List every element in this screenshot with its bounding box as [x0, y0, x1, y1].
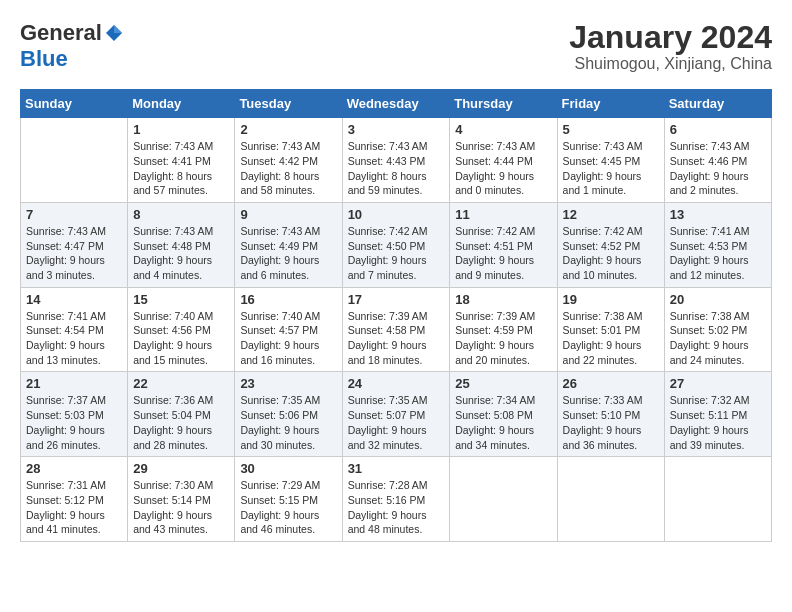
calendar-cell: 1Sunrise: 7:43 AMSunset: 4:41 PMDaylight… [128, 118, 235, 203]
day-info: Sunrise: 7:41 AMSunset: 4:54 PMDaylight:… [26, 309, 122, 368]
day-info: Sunrise: 7:36 AMSunset: 5:04 PMDaylight:… [133, 393, 229, 452]
day-number: 25 [455, 376, 551, 391]
day-of-week-header: Sunday [21, 90, 128, 118]
day-info: Sunrise: 7:31 AMSunset: 5:12 PMDaylight:… [26, 478, 122, 537]
calendar-cell: 18Sunrise: 7:39 AMSunset: 4:59 PMDayligh… [450, 287, 557, 372]
day-info: Sunrise: 7:37 AMSunset: 5:03 PMDaylight:… [26, 393, 122, 452]
day-info: Sunrise: 7:43 AMSunset: 4:48 PMDaylight:… [133, 224, 229, 283]
day-info: Sunrise: 7:34 AMSunset: 5:08 PMDaylight:… [455, 393, 551, 452]
day-info: Sunrise: 7:42 AMSunset: 4:50 PMDaylight:… [348, 224, 445, 283]
calendar-cell [557, 457, 664, 542]
calendar-cell: 13Sunrise: 7:41 AMSunset: 4:53 PMDayligh… [664, 202, 771, 287]
day-number: 11 [455, 207, 551, 222]
day-info: Sunrise: 7:39 AMSunset: 4:59 PMDaylight:… [455, 309, 551, 368]
day-info: Sunrise: 7:42 AMSunset: 4:51 PMDaylight:… [455, 224, 551, 283]
day-number: 31 [348, 461, 445, 476]
calendar-cell: 16Sunrise: 7:40 AMSunset: 4:57 PMDayligh… [235, 287, 342, 372]
day-info: Sunrise: 7:39 AMSunset: 4:58 PMDaylight:… [348, 309, 445, 368]
calendar-cell: 6Sunrise: 7:43 AMSunset: 4:46 PMDaylight… [664, 118, 771, 203]
day-number: 9 [240, 207, 336, 222]
day-number: 5 [563, 122, 659, 137]
day-number: 29 [133, 461, 229, 476]
day-number: 7 [26, 207, 122, 222]
day-info: Sunrise: 7:43 AMSunset: 4:44 PMDaylight:… [455, 139, 551, 198]
day-info: Sunrise: 7:43 AMSunset: 4:47 PMDaylight:… [26, 224, 122, 283]
day-number: 16 [240, 292, 336, 307]
day-info: Sunrise: 7:43 AMSunset: 4:46 PMDaylight:… [670, 139, 766, 198]
day-info: Sunrise: 7:38 AMSunset: 5:01 PMDaylight:… [563, 309, 659, 368]
day-number: 17 [348, 292, 445, 307]
calendar-cell: 10Sunrise: 7:42 AMSunset: 4:50 PMDayligh… [342, 202, 450, 287]
calendar-table: SundayMondayTuesdayWednesdayThursdayFrid… [20, 89, 772, 542]
day-number: 18 [455, 292, 551, 307]
calendar-cell: 19Sunrise: 7:38 AMSunset: 5:01 PMDayligh… [557, 287, 664, 372]
day-info: Sunrise: 7:28 AMSunset: 5:16 PMDaylight:… [348, 478, 445, 537]
day-number: 13 [670, 207, 766, 222]
logo: General Blue [20, 20, 124, 72]
day-of-week-header: Friday [557, 90, 664, 118]
calendar-cell [21, 118, 128, 203]
day-number: 24 [348, 376, 445, 391]
day-of-week-header: Wednesday [342, 90, 450, 118]
day-number: 8 [133, 207, 229, 222]
day-info: Sunrise: 7:43 AMSunset: 4:43 PMDaylight:… [348, 139, 445, 198]
day-number: 28 [26, 461, 122, 476]
calendar-cell [450, 457, 557, 542]
day-info: Sunrise: 7:29 AMSunset: 5:15 PMDaylight:… [240, 478, 336, 537]
svg-marker-1 [114, 25, 122, 33]
title-block: January 2024 Shuimogou, Xinjiang, China [569, 20, 772, 73]
day-info: Sunrise: 7:30 AMSunset: 5:14 PMDaylight:… [133, 478, 229, 537]
calendar-week-row: 28Sunrise: 7:31 AMSunset: 5:12 PMDayligh… [21, 457, 772, 542]
day-number: 6 [670, 122, 766, 137]
day-info: Sunrise: 7:43 AMSunset: 4:45 PMDaylight:… [563, 139, 659, 198]
day-number: 21 [26, 376, 122, 391]
day-info: Sunrise: 7:41 AMSunset: 4:53 PMDaylight:… [670, 224, 766, 283]
calendar-cell: 3Sunrise: 7:43 AMSunset: 4:43 PMDaylight… [342, 118, 450, 203]
calendar-cell: 23Sunrise: 7:35 AMSunset: 5:06 PMDayligh… [235, 372, 342, 457]
day-number: 12 [563, 207, 659, 222]
calendar-cell: 4Sunrise: 7:43 AMSunset: 4:44 PMDaylight… [450, 118, 557, 203]
calendar-cell: 9Sunrise: 7:43 AMSunset: 4:49 PMDaylight… [235, 202, 342, 287]
page-header: General Blue January 2024 Shuimogou, Xin… [20, 20, 772, 73]
day-number: 2 [240, 122, 336, 137]
calendar-week-row: 14Sunrise: 7:41 AMSunset: 4:54 PMDayligh… [21, 287, 772, 372]
logo-general-text: General [20, 20, 102, 46]
location-subtitle: Shuimogou, Xinjiang, China [569, 55, 772, 73]
day-number: 14 [26, 292, 122, 307]
calendar-cell: 12Sunrise: 7:42 AMSunset: 4:52 PMDayligh… [557, 202, 664, 287]
day-info: Sunrise: 7:32 AMSunset: 5:11 PMDaylight:… [670, 393, 766, 452]
calendar-cell: 21Sunrise: 7:37 AMSunset: 5:03 PMDayligh… [21, 372, 128, 457]
logo-icon [104, 23, 124, 43]
day-info: Sunrise: 7:43 AMSunset: 4:41 PMDaylight:… [133, 139, 229, 198]
day-info: Sunrise: 7:43 AMSunset: 4:42 PMDaylight:… [240, 139, 336, 198]
calendar-cell: 30Sunrise: 7:29 AMSunset: 5:15 PMDayligh… [235, 457, 342, 542]
calendar-week-row: 21Sunrise: 7:37 AMSunset: 5:03 PMDayligh… [21, 372, 772, 457]
day-of-week-header: Monday [128, 90, 235, 118]
calendar-cell: 25Sunrise: 7:34 AMSunset: 5:08 PMDayligh… [450, 372, 557, 457]
day-number: 3 [348, 122, 445, 137]
day-number: 30 [240, 461, 336, 476]
day-info: Sunrise: 7:40 AMSunset: 4:56 PMDaylight:… [133, 309, 229, 368]
day-info: Sunrise: 7:35 AMSunset: 5:06 PMDaylight:… [240, 393, 336, 452]
calendar-cell: 2Sunrise: 7:43 AMSunset: 4:42 PMDaylight… [235, 118, 342, 203]
calendar-cell: 27Sunrise: 7:32 AMSunset: 5:11 PMDayligh… [664, 372, 771, 457]
day-of-week-header: Saturday [664, 90, 771, 118]
day-number: 1 [133, 122, 229, 137]
calendar-cell [664, 457, 771, 542]
day-of-week-header: Thursday [450, 90, 557, 118]
day-number: 26 [563, 376, 659, 391]
calendar-week-row: 7Sunrise: 7:43 AMSunset: 4:47 PMDaylight… [21, 202, 772, 287]
calendar-cell: 20Sunrise: 7:38 AMSunset: 5:02 PMDayligh… [664, 287, 771, 372]
day-number: 23 [240, 376, 336, 391]
calendar-cell: 29Sunrise: 7:30 AMSunset: 5:14 PMDayligh… [128, 457, 235, 542]
calendar-cell: 14Sunrise: 7:41 AMSunset: 4:54 PMDayligh… [21, 287, 128, 372]
day-info: Sunrise: 7:33 AMSunset: 5:10 PMDaylight:… [563, 393, 659, 452]
day-info: Sunrise: 7:40 AMSunset: 4:57 PMDaylight:… [240, 309, 336, 368]
calendar-cell: 8Sunrise: 7:43 AMSunset: 4:48 PMDaylight… [128, 202, 235, 287]
day-info: Sunrise: 7:43 AMSunset: 4:49 PMDaylight:… [240, 224, 336, 283]
day-number: 4 [455, 122, 551, 137]
day-number: 10 [348, 207, 445, 222]
calendar-cell: 11Sunrise: 7:42 AMSunset: 4:51 PMDayligh… [450, 202, 557, 287]
day-info: Sunrise: 7:38 AMSunset: 5:02 PMDaylight:… [670, 309, 766, 368]
day-number: 27 [670, 376, 766, 391]
